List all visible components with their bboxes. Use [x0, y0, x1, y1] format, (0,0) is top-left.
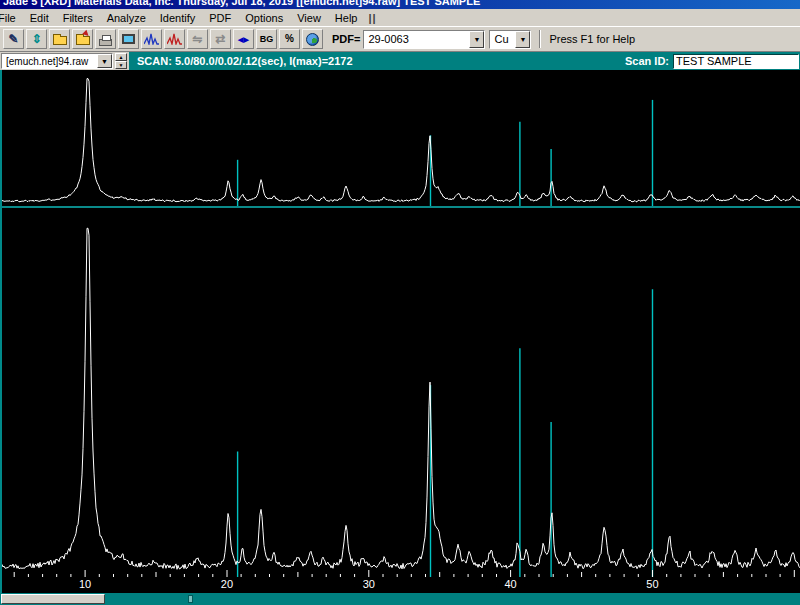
- spinner-down-icon[interactable]: ▼: [115, 61, 127, 69]
- file-combo-arrow-icon[interactable]: ▼: [97, 54, 112, 68]
- normalize-icon-glyph: %: [285, 34, 294, 44]
- toolbar-buttons: ✎⇕⇋⇄◀▶BG%: [2, 29, 324, 49]
- window-title: Jade 5 [XRD] Materials Data, Inc. Thursd…: [0, 0, 800, 9]
- scrollbar-notch: [188, 595, 193, 603]
- menu-item-analyze[interactable]: Analyze: [100, 10, 153, 26]
- xrd-trace: [0, 228, 800, 569]
- help-text: Press F1 for Help: [549, 33, 635, 45]
- open-file-icon[interactable]: [49, 29, 70, 49]
- menu-item-help[interactable]: Help: [328, 10, 365, 26]
- import-file-icon[interactable]: [72, 29, 93, 49]
- rescale-y-icon[interactable]: ⇕: [26, 29, 47, 49]
- open-file-icon-shape: [53, 36, 67, 45]
- title-bar: Jade 5 [XRD] Materials Data, Inc. Thursd…: [0, 0, 800, 9]
- file-combo[interactable]: [emuch.net]94.raw ▼: [1, 53, 113, 69]
- menu-item-options[interactable]: Options: [238, 10, 290, 26]
- edit-tool-icon-glyph: ✎: [8, 33, 18, 45]
- two-theta-tool-icon[interactable]: ⇋: [187, 29, 208, 49]
- overview-chart-svg: [0, 70, 800, 206]
- report-icon[interactable]: [118, 29, 139, 49]
- pan-axis-icon[interactable]: ◀▶: [233, 29, 254, 49]
- normalize-icon[interactable]: %: [279, 29, 300, 49]
- x-tick-label: 50: [642, 578, 662, 590]
- menu-bar: FileEditFiltersAnalyzeIdentifyPDFOptions…: [0, 9, 800, 27]
- x-tick-label: 10: [75, 578, 95, 590]
- anode-combo[interactable]: Cu ▼: [489, 30, 531, 49]
- scan-info: SCAN: 5.0/80.0/0.02/.12(sec), I(max)=217…: [129, 55, 625, 67]
- zoom-spinner: ▲ ▼: [115, 53, 127, 69]
- bottom-scrollbar[interactable]: [0, 593, 800, 605]
- two-theta-tool-icon-glyph: ⇋: [192, 33, 202, 45]
- web-icon[interactable]: [302, 29, 323, 49]
- background-fit-icon-glyph: BG: [260, 35, 274, 44]
- window-left-edge: [0, 70, 2, 593]
- scan-id-label: Scan ID:: [625, 55, 669, 67]
- overlay-shift-icon-glyph: ⇄: [215, 33, 225, 45]
- import-file-icon-shape: [76, 36, 90, 45]
- scan-bar: [emuch.net]94.raw ▼ ▲ ▼ SCAN: 5.0/80.0/0…: [0, 52, 800, 70]
- x-tick-label: 20: [217, 578, 237, 590]
- x-tick-label: 30: [359, 578, 379, 590]
- menu-item-file[interactable]: File: [0, 10, 23, 26]
- menu-item-pdf[interactable]: PDF: [202, 10, 238, 26]
- scan-info-strip: SCAN: 5.0/80.0/0.02/.12(sec), I(max)=217…: [129, 52, 800, 70]
- web-icon-shape: [306, 33, 319, 46]
- menu-item-view[interactable]: View: [290, 10, 328, 26]
- peak-id-icon[interactable]: [164, 29, 185, 49]
- overview-chart[interactable]: [0, 70, 800, 206]
- toolbar: ✎⇕⇋⇄◀▶BG% PDF= 29-0063 ▼ Cu ▼ Press F1 f…: [0, 27, 800, 52]
- pdf-combo-value: 29-0063: [364, 31, 469, 48]
- anode-combo-value: Cu: [490, 31, 515, 48]
- jade-window: Jade 5 [XRD] Materials Data, Inc. Thursd…: [0, 0, 800, 605]
- edit-tool-icon[interactable]: ✎: [3, 29, 24, 49]
- print-icon-shape: [99, 39, 112, 46]
- scrollbar-thumb[interactable]: [1, 594, 105, 604]
- xrd-trace: [0, 79, 800, 202]
- pdf-label: PDF=: [332, 33, 360, 45]
- pan-axis-icon-glyph: ◀▶: [238, 36, 249, 43]
- scan-id-input[interactable]: [673, 54, 799, 69]
- file-combo-value: [emuch.net]94.raw: [2, 54, 97, 68]
- menu-item-edit[interactable]: Edit: [23, 10, 56, 26]
- pdf-combo[interactable]: 29-0063 ▼: [363, 30, 485, 49]
- menu-item-filters[interactable]: Filters: [56, 10, 100, 26]
- menu-item-identify[interactable]: Identify: [153, 10, 202, 26]
- anode-combo-arrow-icon[interactable]: ▼: [515, 31, 530, 48]
- menu-grip[interactable]: ||: [368, 12, 376, 24]
- menu-items: FileEditFiltersAnalyzeIdentifyPDFOptions…: [0, 10, 364, 26]
- x-axis-labels: 1020304050: [0, 577, 800, 593]
- background-fit-icon[interactable]: BG: [256, 29, 277, 49]
- main-chart-svg: [0, 208, 800, 577]
- pdf-combo-arrow-icon[interactable]: ▼: [469, 31, 484, 48]
- spinner-up-icon[interactable]: ▲: [115, 53, 127, 61]
- x-tick-label: 40: [501, 578, 521, 590]
- overlay-shift-icon[interactable]: ⇄: [210, 29, 231, 49]
- report-icon-shape: [122, 34, 135, 44]
- print-icon[interactable]: [95, 29, 116, 49]
- main-chart[interactable]: [0, 208, 800, 577]
- toolbar-separator: [539, 30, 541, 48]
- peak-profile-icon[interactable]: [141, 29, 162, 49]
- rescale-y-icon-glyph: ⇕: [31, 33, 41, 45]
